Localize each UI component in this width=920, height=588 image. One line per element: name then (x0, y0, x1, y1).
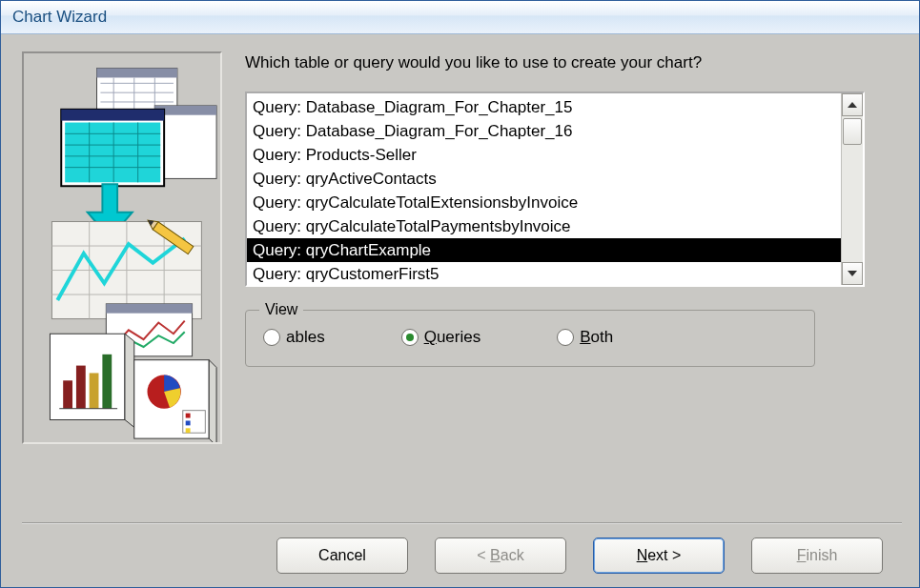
view-radio-tables[interactable]: ables (263, 328, 325, 347)
wizard-buttons: Cancel < Back Next > Finish (22, 537, 902, 574)
list-item[interactable]: Query: qryChartExample (247, 238, 841, 262)
view-radio-queries[interactable]: Queries (401, 328, 481, 347)
svg-rect-35 (106, 304, 192, 314)
radio-icon (557, 329, 574, 346)
svg-rect-40 (90, 373, 99, 408)
list-item[interactable]: Query: qryCalculateTotalExtensionsbyInvo… (247, 191, 841, 214)
cancel-button[interactable]: Cancel (276, 537, 408, 574)
list-item[interactable]: Query: qryCustomerFirst5 (247, 262, 841, 285)
scroll-track[interactable] (842, 116, 863, 262)
scroll-up-button[interactable] (842, 93, 863, 116)
svg-marker-37 (125, 334, 134, 427)
svg-rect-1 (97, 69, 177, 78)
svg-rect-14 (61, 110, 164, 121)
illustration-svg (24, 53, 220, 442)
wizard-illustration (22, 51, 222, 444)
list-item[interactable]: Query: Database_Diagram_For_Chapter_15 (247, 95, 841, 119)
radio-label: Queries (424, 328, 481, 347)
arrow-down-icon (848, 271, 857, 276)
prompt-text: Which table or query would you like to u… (245, 53, 902, 72)
list-item[interactable]: Query: Database_Diagram_For_Chapter_16 (247, 119, 841, 143)
scroll-down-button[interactable] (842, 262, 863, 285)
list-item[interactable]: Query: qryActiveContacts (247, 167, 841, 191)
radio-icon (263, 329, 280, 346)
scroll-thumb[interactable] (843, 118, 862, 145)
radio-icon (401, 329, 419, 346)
window-title: Chart Wizard (12, 8, 107, 27)
chart-wizard-dialog: Chart Wizard (0, 0, 920, 588)
svg-marker-44 (209, 360, 216, 442)
svg-rect-47 (186, 414, 191, 418)
radio-label: ables (286, 328, 325, 347)
view-group-label: View (259, 301, 303, 318)
finish-button[interactable]: Finish (751, 537, 883, 574)
list-item[interactable]: Query: qryCalculateTotalPaymentsbyInvoic… (247, 214, 841, 238)
svg-rect-36 (50, 334, 124, 419)
svg-rect-49 (186, 428, 191, 433)
view-radio-both[interactable]: Both (557, 328, 613, 347)
listbox-scrollbar[interactable] (841, 93, 863, 285)
svg-rect-15 (65, 123, 160, 183)
separator (22, 522, 902, 524)
view-group: View ables Queries Both (245, 310, 815, 367)
svg-rect-39 (76, 366, 86, 409)
titlebar: Chart Wizard (1, 1, 919, 34)
radio-label: Both (580, 328, 613, 347)
back-button[interactable]: < Back (435, 537, 566, 574)
svg-rect-48 (186, 420, 191, 425)
client-area: Which table or query would you like to u… (1, 34, 919, 587)
list-item[interactable]: Query: Products-Seller (247, 143, 841, 167)
svg-rect-38 (63, 380, 72, 408)
svg-rect-41 (102, 355, 112, 409)
next-button[interactable]: Next > (593, 537, 725, 574)
data-source-listbox[interactable]: Query: Database_Diagram_For_Chapter_15Qu… (245, 91, 865, 287)
arrow-up-icon (848, 102, 857, 108)
